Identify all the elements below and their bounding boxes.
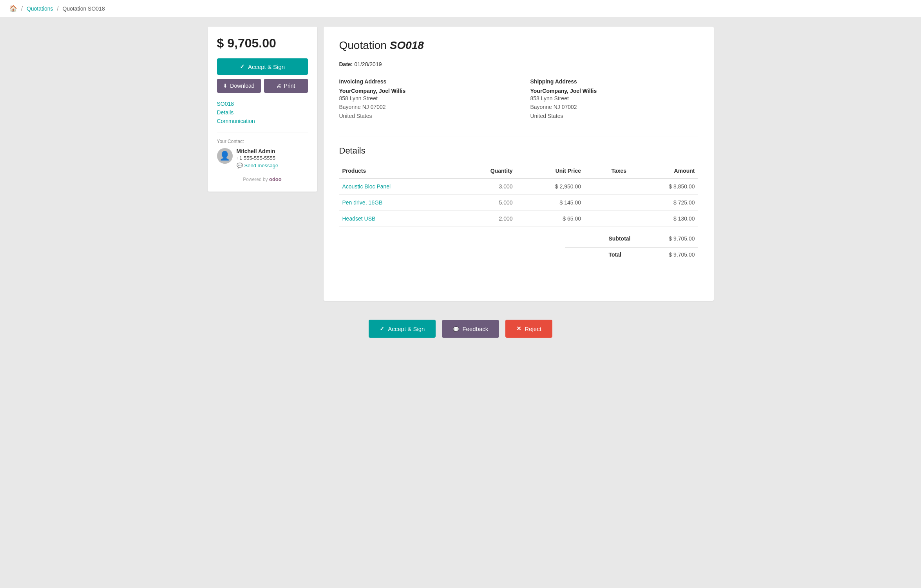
total-row: Total $ 9,705.00 xyxy=(565,247,698,260)
accept-sign-button[interactable]: Accept & Sign xyxy=(217,58,308,75)
subtotal-label: Subtotal xyxy=(609,235,640,242)
amount-cell-1: $ 725.00 xyxy=(630,195,698,211)
table-row: Pen drive, 16GB 5.000 $ 145.00 $ 725.00 xyxy=(339,195,698,211)
quantity-cell-2: 2.000 xyxy=(455,211,516,227)
bottom-reject-button[interactable]: Reject xyxy=(505,320,552,338)
sidebar-nav-item-so018[interactable]: SO018 xyxy=(217,101,308,107)
taxes-cell-0 xyxy=(584,178,630,195)
powered-by-text: Powered by xyxy=(243,177,268,182)
check-icon xyxy=(240,63,245,70)
home-icon[interactable]: 🏠 xyxy=(9,5,17,12)
sidebar-nav: SO018 Details Communication xyxy=(217,101,308,124)
invoicing-city: Bayonne NJ 07002 xyxy=(339,103,507,111)
avatar: 👤 xyxy=(217,148,233,164)
print-icon xyxy=(277,83,282,89)
shipping-city: Bayonne NJ 07002 xyxy=(530,103,698,111)
sidebar-link-so018[interactable]: SO018 xyxy=(217,101,234,107)
taxes-cell-1 xyxy=(584,195,630,211)
main-container: $ 9,705.00 Accept & Sign Download Print … xyxy=(198,17,723,310)
bottom-x-icon xyxy=(516,325,521,332)
sidebar-link-communication[interactable]: Communication xyxy=(217,118,255,124)
product-link-2[interactable]: Headset USB xyxy=(339,211,456,227)
nav-current: Quotation SO018 xyxy=(63,5,105,12)
contact-details: Mitchell Admin +1 555-555-5555 Send mess… xyxy=(237,148,279,168)
sidebar-link-details[interactable]: Details xyxy=(217,109,234,116)
product-link-0[interactable]: Acoustic Bloc Panel xyxy=(339,178,456,195)
contact-phone: +1 555-555-5555 xyxy=(237,155,279,161)
sidebar: $ 9,705.00 Accept & Sign Download Print … xyxy=(208,27,317,192)
sidebar-nav-item-details[interactable]: Details xyxy=(217,109,308,116)
addresses: Invoicing Address YourCompany, Joel Will… xyxy=(339,78,698,120)
chat-icon xyxy=(237,163,243,168)
powered-by: Powered by odoo xyxy=(217,176,308,182)
unit-price-cell-0: $ 2,950.00 xyxy=(516,178,584,195)
totals-section: Subtotal $ 9,705.00 Total $ 9,705.00 xyxy=(339,233,698,260)
amount-cell-0: $ 8,850.00 xyxy=(630,178,698,195)
print-label: Print xyxy=(284,83,295,89)
taxes-cell-2 xyxy=(584,211,630,227)
total-value: $ 9,705.00 xyxy=(656,251,695,258)
contact-name: Mitchell Admin xyxy=(237,148,279,154)
invoicing-country: United States xyxy=(339,112,507,120)
date-label: Date: xyxy=(339,61,353,67)
quotation-title-prefix: Quotation xyxy=(339,39,387,51)
download-icon xyxy=(223,83,228,89)
date-value: 01/28/2019 xyxy=(354,61,382,67)
unit-price-cell-2: $ 65.00 xyxy=(516,211,584,227)
col-taxes: Taxes xyxy=(584,164,630,178)
bottom-reject-label: Reject xyxy=(525,326,541,332)
quotation-title-id: SO018 xyxy=(390,39,424,51)
main-content: Quotation SO018 Date: 01/28/2019 Invoici… xyxy=(324,27,714,301)
contact-section: Your Contact 👤 Mitchell Admin +1 555-555… xyxy=(217,132,308,168)
download-button[interactable]: Download xyxy=(217,79,261,93)
contact-section-label: Your Contact xyxy=(217,139,308,144)
invoicing-company: YourCompany, Joel Willis xyxy=(339,88,507,94)
accept-sign-label: Accept & Sign xyxy=(248,63,285,70)
invoicing-address: Invoicing Address YourCompany, Joel Will… xyxy=(339,78,507,120)
col-unit-price: Unit Price xyxy=(516,164,584,178)
details-section-title: Details xyxy=(339,136,698,156)
send-message-label: Send message xyxy=(244,163,279,168)
sidebar-nav-item-communication[interactable]: Communication xyxy=(217,118,308,124)
action-buttons-row: Download Print xyxy=(217,79,308,93)
download-label: Download xyxy=(230,83,254,89)
shipping-company: YourCompany, Joel Willis xyxy=(530,88,698,94)
nav-sep-2: / xyxy=(57,5,59,12)
shipping-country: United States xyxy=(530,112,698,120)
shipping-address-title: Shipping Address xyxy=(530,78,698,85)
nav-quotations-link[interactable]: Quotations xyxy=(27,5,53,12)
table-row: Headset USB 2.000 $ 65.00 $ 130.00 xyxy=(339,211,698,227)
bottom-feedback-label: Feedback xyxy=(462,326,488,332)
table-row: Acoustic Bloc Panel 3.000 $ 2,950.00 $ 8… xyxy=(339,178,698,195)
odoo-logo: odoo xyxy=(269,176,282,182)
col-products: Products xyxy=(339,164,456,178)
bottom-bar: Accept & Sign Feedback Reject xyxy=(0,310,921,347)
products-table: Products Quantity Unit Price Taxes Amoun… xyxy=(339,164,698,227)
quotation-date: Date: 01/28/2019 xyxy=(339,61,698,67)
quantity-cell-0: 3.000 xyxy=(455,178,516,195)
sidebar-amount: $ 9,705.00 xyxy=(217,36,308,51)
product-link-1[interactable]: Pen drive, 16GB xyxy=(339,195,456,211)
bottom-feedback-button[interactable]: Feedback xyxy=(442,320,499,338)
nav-sep-1: / xyxy=(21,5,23,12)
print-button[interactable]: Print xyxy=(264,79,308,93)
subtotal-value: $ 9,705.00 xyxy=(656,235,695,242)
top-nav: 🏠 / Quotations / Quotation SO018 xyxy=(0,0,921,17)
shipping-street: 858 Lynn Street xyxy=(530,94,698,103)
subtotal-row: Subtotal $ 9,705.00 xyxy=(565,233,698,244)
send-message-link[interactable]: Send message xyxy=(237,163,279,168)
contact-info: 👤 Mitchell Admin +1 555-555-5555 Send me… xyxy=(217,148,308,168)
quantity-cell-1: 5.000 xyxy=(455,195,516,211)
table-header-row: Products Quantity Unit Price Taxes Amoun… xyxy=(339,164,698,178)
col-amount: Amount xyxy=(630,164,698,178)
invoicing-address-title: Invoicing Address xyxy=(339,78,507,85)
bottom-accept-sign-button[interactable]: Accept & Sign xyxy=(369,320,436,338)
bottom-accept-label: Accept & Sign xyxy=(388,326,425,332)
quotation-title: Quotation SO018 xyxy=(339,39,698,52)
bottom-chat-icon xyxy=(453,326,459,332)
invoicing-street: 858 Lynn Street xyxy=(339,94,507,103)
col-quantity: Quantity xyxy=(455,164,516,178)
bottom-check-icon xyxy=(380,325,385,332)
avatar-placeholder: 👤 xyxy=(219,151,230,161)
unit-price-cell-1: $ 145.00 xyxy=(516,195,584,211)
